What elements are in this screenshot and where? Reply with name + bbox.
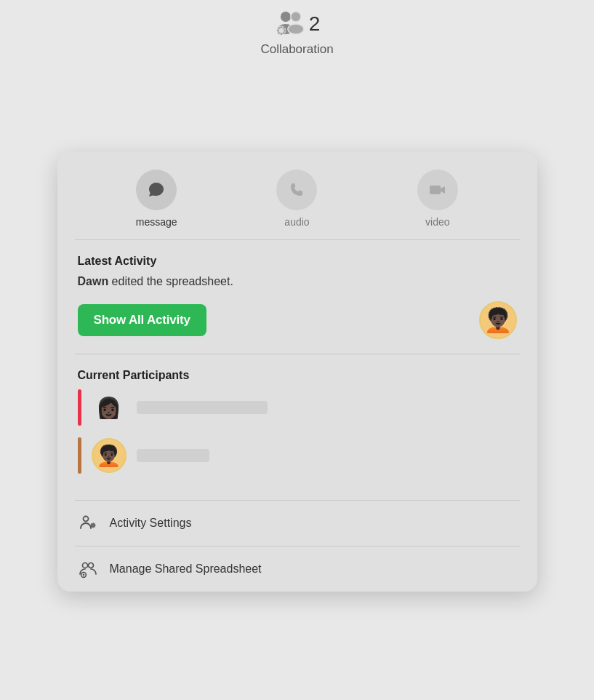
- svg-point-27: [88, 563, 93, 568]
- participant-emoji-1: 👩🏿: [96, 396, 121, 420]
- activity-settings-label: Activity Settings: [110, 517, 192, 530]
- collaboration-panel: message audio video Latest Activity: [57, 152, 537, 592]
- activity-actor: Dawn: [78, 275, 109, 287]
- audio-icon-circle: [276, 170, 317, 210]
- svg-line-24: [91, 527, 92, 528]
- collab-title: Collaboration: [260, 42, 333, 57]
- manage-shared-icon: [78, 560, 98, 578]
- participant-avatar-2: 🧑🏿‍🦱: [92, 438, 127, 473]
- current-participants-section: Current Participants 👩🏿 🧑🏿‍🦱: [57, 354, 537, 500]
- tab-audio-label: audio: [284, 216, 309, 228]
- video-camera-icon: [428, 180, 447, 199]
- tab-message[interactable]: message: [87, 170, 227, 228]
- tab-video[interactable]: video: [367, 170, 507, 228]
- svg-point-17: [92, 525, 94, 526]
- list-item: 👩🏿: [78, 389, 517, 426]
- latest-activity-section: Latest Activity Dawn edited the spreadsh…: [57, 240, 537, 354]
- participants-title: Current Participants: [78, 369, 517, 382]
- svg-point-15: [83, 517, 88, 522]
- svg-line-25: [94, 524, 95, 525]
- svg-point-26: [82, 563, 87, 568]
- collab-header: 2 Collaboration: [260, 0, 333, 57]
- activity-description: edited the spreadsheet.: [108, 275, 233, 287]
- activity-text: Dawn edited the spreadsheet.: [78, 275, 517, 288]
- participant-emoji-2: 🧑🏿‍🦱: [96, 444, 121, 468]
- collaboration-icon: [274, 7, 306, 36]
- activity-settings-item[interactable]: Activity Settings: [57, 501, 537, 546]
- tab-audio[interactable]: audio: [227, 170, 367, 228]
- message-icon: [147, 180, 166, 199]
- phone-icon: [287, 180, 306, 199]
- svg-point-2: [291, 12, 301, 22]
- latest-activity-title: Latest Activity: [78, 255, 517, 268]
- participant-bar-2: [78, 437, 81, 474]
- participant-bar-1: [78, 389, 81, 426]
- activity-settings-icon: [78, 514, 98, 533]
- svg-line-22: [91, 524, 92, 525]
- gear-person-icon: [79, 514, 97, 533]
- svg-point-0: [281, 12, 291, 22]
- message-icon-circle: [136, 170, 177, 210]
- activity-avatar-emoji: 🧑🏿‍🦱: [483, 306, 513, 334]
- tab-message-label: message: [136, 216, 177, 228]
- collab-count: 2: [309, 12, 321, 36]
- svg-rect-14: [430, 186, 441, 194]
- manage-shared-label: Manage Shared Spreadsheet: [110, 562, 262, 576]
- participant-name-bar-1: [137, 401, 268, 414]
- tab-video-label: video: [425, 216, 449, 228]
- manage-shared-item[interactable]: Manage Shared Spreadsheet: [57, 546, 537, 592]
- video-icon-circle: [417, 170, 458, 210]
- participant-name-bar-2: [137, 449, 209, 462]
- participant-avatar-1: 👩🏿: [92, 390, 127, 425]
- svg-line-23: [94, 527, 95, 528]
- svg-point-29: [82, 574, 84, 576]
- activity-row: Show All Activity 🧑🏿‍🦱: [78, 301, 517, 339]
- svg-point-3: [288, 24, 304, 34]
- list-item: 🧑🏿‍🦱: [78, 437, 517, 474]
- collab-people-icon: [274, 7, 306, 41]
- svg-point-5: [279, 28, 284, 33]
- show-all-activity-button[interactable]: Show All Activity: [78, 304, 206, 336]
- people-share-icon: [79, 560, 97, 578]
- activity-avatar: 🧑🏿‍🦱: [479, 301, 517, 339]
- comm-tabs: message audio video: [57, 152, 537, 239]
